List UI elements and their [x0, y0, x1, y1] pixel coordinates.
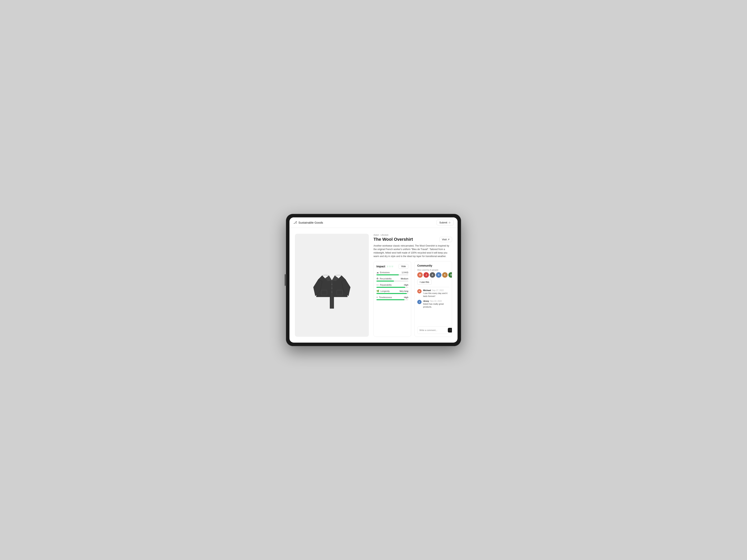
community-panel: Community Also used by 6 people MJASKR I… — [414, 261, 452, 337]
divider — [417, 287, 449, 287]
comment-text: Asket has really great products. — [423, 302, 449, 309]
comment-item: J Jessy Nov 22, 2022 Asket has really gr… — [417, 300, 449, 309]
progress-bar-bg — [377, 293, 408, 294]
jacket-svg — [312, 262, 351, 309]
arrow-up-2: ↑ — [388, 265, 390, 268]
svg-point-3 — [331, 291, 332, 293]
comment-text: I use this every day and it lasts foreve… — [423, 292, 449, 298]
metric-icon: ♻ — [377, 277, 379, 280]
comment-item: M Michael Sep 17, 2022 I use this every … — [417, 289, 449, 298]
vote-button[interactable]: Vote — [398, 264, 408, 269]
tablet-shell: ⎇ Sustainable Goods Submit ☆ — [286, 214, 461, 346]
progress-bar-fill — [377, 299, 405, 300]
progress-bar-fill — [377, 293, 407, 294]
metrics-list: ☁ Emissions 1.9 KG ♻ Recyclability Mediu… — [377, 271, 408, 300]
comment-date: Nov 22, 2022 — [430, 300, 442, 302]
breadcrumb: Asket · Lifestyle — [374, 234, 452, 236]
progress-bar-bg — [377, 287, 408, 288]
comment-meta: Michael Sep 17, 2022 — [423, 289, 449, 291]
avatar: A — [430, 272, 435, 278]
brand-icon: ⎇ — [293, 221, 297, 224]
progress-bar-bg — [377, 299, 408, 300]
arrow-up-1: ↑ — [387, 265, 388, 268]
metric-label: Repairability — [380, 284, 392, 286]
brand-name: Sustainable Goods — [299, 221, 323, 224]
community-title: Community — [417, 264, 449, 267]
header: ⎇ Sustainable Goods Submit ☆ — [289, 217, 458, 228]
impact-header: Impact ↑ ↑ ↑ ↑ Vote — [377, 264, 408, 269]
comment-author: Jessy — [423, 300, 429, 302]
arrow-up-4: ↑ — [392, 265, 393, 268]
comment-body: Michael Sep 17, 2022 I use this every da… — [423, 289, 449, 298]
avatar: R — [448, 272, 452, 278]
metric-icon: 🌿 — [377, 290, 379, 292]
metric-row: — Repairability High — [377, 284, 408, 288]
metric-row: ☁ Emissions 1.9 KG — [377, 271, 408, 275]
arrow-up-3: ↑ — [390, 265, 392, 268]
comment-author: Michael — [423, 289, 431, 291]
visit-button[interactable]: Visit ↗ — [439, 237, 452, 242]
screen: ⎇ Sustainable Goods Submit ☆ — [289, 217, 458, 343]
impact-title-row: Impact ↑ ↑ ↑ ↑ — [377, 265, 393, 268]
metric-value: Very long — [400, 290, 408, 292]
metric-row: + Timelessness High — [377, 296, 408, 300]
avatars-row: MJASKR — [417, 272, 449, 278]
progress-bar-bg — [377, 274, 408, 275]
progress-bar-fill — [377, 274, 399, 275]
avatar: S — [436, 272, 441, 278]
metric-value: High — [404, 296, 408, 298]
product-description: Another workwear classic reincarnated, T… — [374, 244, 452, 258]
comment-body: Jessy Nov 22, 2022 Asket has really grea… — [423, 300, 449, 309]
comments-list: M Michael Sep 17, 2022 I use this every … — [417, 289, 449, 326]
metric-value: High — [404, 284, 408, 286]
comment-input[interactable] — [419, 329, 446, 331]
metric-icon: — — [377, 284, 379, 286]
visit-label: Visit — [442, 238, 447, 241]
product-title-row: The Wool Overshirt Visit ↗ — [374, 237, 452, 242]
comment-date: Sep 17, 2022 — [432, 289, 444, 291]
bottom-panels: Impact ↑ ↑ ↑ ↑ Vote — [374, 261, 452, 337]
avatar: K — [442, 272, 447, 278]
metric-label: Recyclability — [380, 277, 392, 280]
send-button[interactable]: ↑ — [448, 328, 452, 332]
comment-meta: Jessy Nov 22, 2022 — [423, 300, 449, 302]
avatar: M — [417, 272, 423, 278]
metric-row: ♻ Recyclability Medium — [377, 277, 408, 282]
metric-label: Emissions — [380, 271, 390, 273]
comment-avatar: J — [417, 300, 421, 304]
progress-bar-fill — [377, 287, 405, 288]
impact-title: Impact — [377, 265, 385, 268]
svg-point-2 — [331, 288, 332, 289]
impact-arrows: ↑ ↑ ↑ ↑ — [387, 265, 393, 268]
metric-icon: + — [377, 296, 378, 299]
progress-bar-bg — [377, 281, 408, 282]
product-image-col — [295, 234, 369, 337]
brand: ⎇ Sustainable Goods — [293, 221, 323, 224]
metric-row: 🌿 Longevity Very long — [377, 290, 408, 294]
visit-icon: ↗ — [447, 238, 449, 241]
metric-value: 1.9 KG — [402, 271, 408, 273]
metric-label: Longevity — [381, 290, 390, 292]
right-col: Asket · Lifestyle The Wool Overshirt Vis… — [374, 234, 452, 337]
i-use-this-button[interactable]: I use this — [417, 279, 432, 285]
submit-button[interactable]: Submit ☆ — [437, 220, 454, 225]
impact-panel: Impact ↑ ↑ ↑ ↑ Vote — [374, 261, 411, 337]
progress-bar-fill — [377, 281, 394, 282]
product-image — [295, 234, 369, 337]
content: Asket · Lifestyle The Wool Overshirt Vis… — [289, 228, 458, 343]
product-info: Asket · Lifestyle The Wool Overshirt Vis… — [374, 234, 452, 258]
also-used-label: Also used by 6 people — [417, 269, 449, 271]
metric-value: Medium — [401, 277, 408, 280]
svg-point-1 — [331, 284, 332, 285]
submit-star-icon: ☆ — [448, 221, 451, 224]
metric-label: Timelessness — [379, 296, 392, 298]
comment-avatar: M — [417, 289, 421, 293]
comment-input-row: ↑ — [417, 326, 449, 334]
product-title: The Wool Overshirt — [374, 237, 413, 242]
metric-icon: ☁ — [377, 271, 379, 274]
submit-label: Submit — [439, 221, 447, 224]
avatar: J — [423, 272, 429, 278]
